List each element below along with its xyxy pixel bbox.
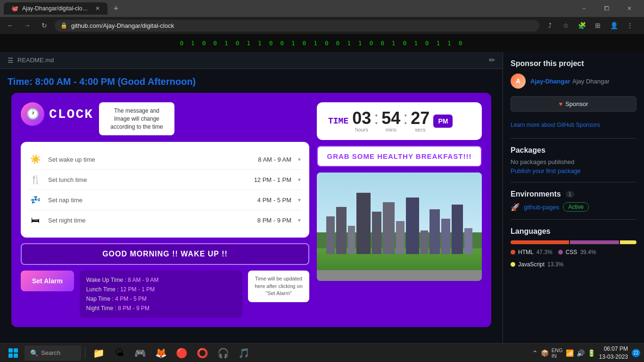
- notification-badge[interactable]: 22: [632, 349, 640, 357]
- env-count-badge: 1: [566, 191, 574, 197]
- taskbar-weather[interactable]: 🌤: [110, 344, 129, 362]
- clock-date: 13-03-2023: [599, 353, 628, 361]
- period-badge: PM: [433, 115, 453, 128]
- menu-button[interactable]: ⋮: [623, 19, 636, 32]
- taskbar-firefox[interactable]: 🦊: [151, 344, 170, 362]
- taskbar: 🔍 Search 📁 🌤 🎮 🦊 🔴 ⭕ 🎧 🎵 ⌃ 📦 ENGIN 📶 🔊 🔋…: [0, 343, 644, 362]
- no-packages-text: No packages published: [511, 158, 636, 165]
- profile-button[interactable]: 👤: [607, 19, 620, 32]
- windows-square-1: [8, 348, 13, 353]
- readme-content: Time: 8:00 AM - 4:00 PM (Good Afternoon)…: [0, 69, 503, 335]
- mins-unit: 54 mins: [381, 110, 400, 132]
- new-tab-button[interactable]: +: [109, 2, 123, 15]
- tab-close-icon[interactable]: ✕: [95, 5, 100, 12]
- taskbar-search[interactable]: 🔍 Search: [25, 346, 81, 361]
- divider-3: [511, 219, 636, 220]
- nap-arrow-icon[interactable]: ▼: [297, 197, 302, 203]
- language-legend: HTML 47.3% CSS 39.4% JavaScript 13.3%: [511, 249, 636, 268]
- time-label: TIME: [328, 116, 348, 126]
- sponsor-section: Sponsor this project A Ajay-Dhangar Ajay…: [511, 59, 636, 129]
- building-13: [464, 228, 472, 254]
- share-button[interactable]: ⤴: [543, 19, 556, 32]
- sponsor-title: Sponsor this project: [511, 59, 636, 68]
- building-6: [383, 202, 395, 254]
- taskbar-spotify[interactable]: 🎵: [234, 344, 253, 362]
- env-name[interactable]: github-pages: [524, 204, 559, 211]
- time-separator-1: :: [374, 110, 379, 132]
- lunch-arrow-icon[interactable]: ▼: [297, 177, 302, 182]
- refresh-button[interactable]: ↻: [38, 19, 51, 32]
- system-tray: ⌃ 📦 ENGIN 📶 🔊 🔋: [532, 347, 595, 359]
- windows-square-3: [8, 354, 13, 358]
- building-3: [348, 226, 355, 254]
- readme-header: ☰ README.md ✏: [0, 52, 503, 69]
- publish-package-link[interactable]: Publish your first package: [511, 167, 636, 174]
- hours-value: 03: [352, 110, 371, 127]
- wakeup-arrow-icon[interactable]: ▼: [297, 157, 302, 162]
- sponsor-button[interactable]: ♥ Sponsor: [511, 96, 636, 112]
- window-minimize-button[interactable]: –: [573, 1, 595, 16]
- forward-button[interactable]: →: [21, 19, 34, 32]
- wifi-icon[interactable]: 📶: [566, 349, 574, 357]
- setting-row-nap: 💤 Set nap time 4 PM - 5 PM ▼: [28, 190, 302, 210]
- extensions-button[interactable]: 🧩: [575, 19, 588, 32]
- night-icon: 🛏: [28, 213, 42, 227]
- night-arrow-icon[interactable]: ▼: [297, 218, 302, 223]
- edit-icon[interactable]: ✏: [489, 56, 495, 65]
- language-icon[interactable]: ENGIN: [552, 347, 563, 359]
- html-percent: 47.3%: [537, 249, 553, 255]
- set-alarm-button[interactable]: Set Alarm: [21, 271, 74, 291]
- window-close-button[interactable]: ✕: [619, 1, 640, 16]
- taskbar-xbox[interactable]: 🎮: [131, 344, 149, 362]
- dropbox-icon[interactable]: 📦: [541, 349, 549, 357]
- user-avatar: A: [511, 74, 526, 89]
- bookmark-button[interactable]: ☆: [559, 19, 572, 32]
- browser-actions: ⤴ ☆ 🧩 ⊞ 👤 ⋮: [543, 19, 640, 32]
- window-maximize-button[interactable]: ⧠: [596, 1, 618, 16]
- alarm-wakeup: Wake Up Time : 8 AM - 9 AM: [86, 275, 236, 285]
- css-percent: 39.4%: [580, 249, 596, 255]
- user-name[interactable]: Ajay-Dhangar: [530, 78, 570, 85]
- js-dot: [511, 262, 515, 267]
- learn-more-link[interactable]: Learn more about GitHub Sponsors: [511, 122, 600, 128]
- active-tab[interactable]: 🐙 Ajay-Dhangar/digital-clock: Digi... ✕: [4, 2, 107, 15]
- hours-unit: 03 hours: [352, 110, 371, 132]
- clock-logo-icon: 🕐: [26, 108, 39, 120]
- css-label: CSS: [566, 249, 578, 255]
- rocket-icon: 🚀: [511, 203, 520, 212]
- url-text: github.com/Ajay-Dhangar/digital-clock: [71, 22, 534, 29]
- sponsor-user: A Ajay-Dhangar Ajay Dhangar: [511, 74, 636, 89]
- building-5: [372, 212, 381, 254]
- setting-row-night: 🛏 Set night time 8 PM - 9 PM ▼: [28, 210, 302, 230]
- alarm-night: Night Time : 8 PM - 9 PM: [86, 304, 236, 313]
- taskbar-file-explorer[interactable]: 📁: [89, 344, 108, 362]
- clock-widget: 🕐 CLOCK The message and Image will chang…: [11, 93, 491, 327]
- time-update-note: Time will be updated here after clicking…: [248, 271, 309, 302]
- volume-icon[interactable]: 🔊: [577, 349, 585, 357]
- environments-title: Environments: [511, 190, 561, 198]
- chevron-up-icon[interactable]: ⌃: [532, 349, 538, 357]
- battery-icon[interactable]: 🔋: [587, 349, 595, 357]
- sponsor-btn-label: Sponsor: [565, 100, 588, 107]
- building-1: [326, 216, 335, 254]
- html-dot: [511, 250, 515, 255]
- browser-controls: ← → ↻ 🔒 github.com/Ajay-Dhangar/digital-…: [0, 17, 644, 34]
- clock-title: CLOCK: [49, 107, 93, 122]
- taskbar-headphones[interactable]: 🎧: [214, 344, 232, 362]
- split-view-button[interactable]: ⊞: [591, 19, 604, 32]
- time-numbers: 03 hours : 54 mins : 27: [352, 110, 429, 132]
- env-row: 🚀 github-pages Active: [511, 202, 636, 212]
- building-7: [396, 221, 405, 254]
- morning-banner: GOOD MORNING !! WAKE UP !!: [21, 243, 309, 265]
- html-bar-segment: [511, 240, 569, 244]
- start-button[interactable]: [4, 344, 23, 362]
- system-clock[interactable]: 06:07 PM 13-03-2023: [599, 345, 628, 361]
- secs-value: 27: [411, 110, 429, 127]
- taskbar-office[interactable]: 🔴: [172, 344, 191, 362]
- taskbar-alexa[interactable]: ⭕: [193, 344, 212, 362]
- packages-title: Packages: [511, 146, 636, 155]
- address-bar[interactable]: 🔒 github.com/Ajay-Dhangar/digital-clock: [55, 20, 539, 32]
- hamburger-icon[interactable]: ☰: [8, 57, 14, 64]
- back-button[interactable]: ←: [4, 19, 17, 32]
- environments-header: Environments 1: [511, 190, 636, 198]
